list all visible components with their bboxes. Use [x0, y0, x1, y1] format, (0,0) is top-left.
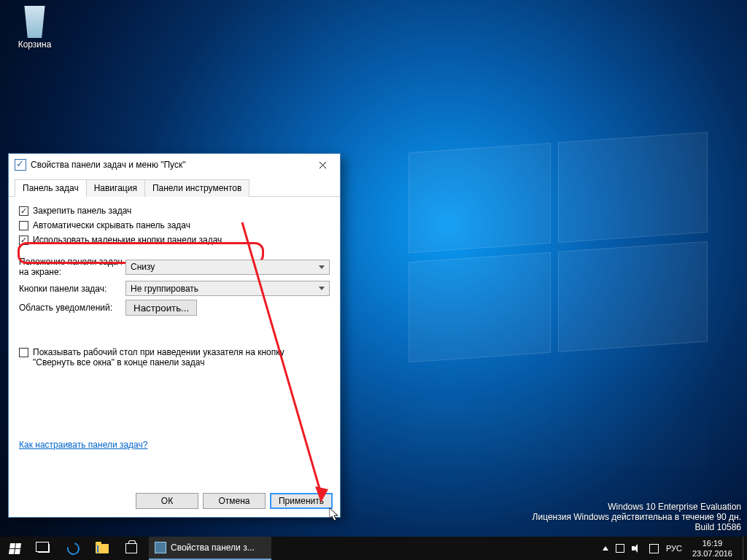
recycle-bin-icon	[19, 6, 51, 38]
option-peek[interactable]: Показывать рабочий стол при наведении ук…	[19, 347, 330, 368]
label-buttons: Кнопки панели задач:	[19, 284, 125, 294]
network-icon[interactable]	[616, 544, 624, 553]
option-autohide[interactable]: Автоматически скрывать панель задач	[19, 220, 330, 230]
tray-overflow-button[interactable]	[603, 546, 608, 551]
dialog-title: Свойства панели задач и меню "Пуск"	[31, 160, 306, 170]
dialog-icon	[15, 159, 26, 171]
combo-position[interactable]: Снизу	[125, 260, 330, 275]
label-notify: Область уведомлений:	[19, 303, 125, 313]
tab-body: Закрепить панель задач Автоматически скр…	[9, 197, 340, 485]
tab-toolbars[interactable]: Панели инструментов	[144, 179, 249, 197]
explorer-button[interactable]	[88, 537, 117, 560]
tab-taskbar[interactable]: Панель задач	[15, 179, 87, 197]
option-label: Автоматически скрывать панель задач	[33, 220, 190, 230]
cancel-button[interactable]: Отмена	[203, 493, 266, 509]
recycle-bin[interactable]: Корзина	[7, 4, 62, 50]
language-indicator[interactable]: РУС	[666, 544, 682, 553]
option-small-buttons[interactable]: Использовать маленькие кнопки панели зад…	[19, 235, 330, 245]
checkbox[interactable]	[19, 236, 28, 245]
close-icon	[319, 161, 327, 169]
volume-icon[interactable]	[632, 544, 642, 553]
combo-value: Не группировать	[131, 284, 198, 294]
option-lock[interactable]: Закрепить панель задач	[19, 206, 330, 216]
checkbox[interactable]	[19, 221, 28, 230]
tab-strip: Панель задач Навигация Панели инструмент…	[9, 176, 340, 197]
ok-button[interactable]: ОК	[136, 493, 198, 509]
watermark: Windows 10 Enterprise Evaluation Лицензи…	[533, 502, 741, 532]
checkbox[interactable]	[19, 206, 28, 216]
desktop[interactable]: Корзина Windows 10 Enterprise Evaluation…	[0, 0, 747, 560]
action-center-icon[interactable]	[649, 544, 659, 553]
tab-navigation[interactable]: Навигация	[86, 179, 145, 197]
windows-logo-icon	[8, 543, 20, 554]
store-button[interactable]	[117, 537, 146, 560]
watermark-line3: Build 10586	[533, 522, 741, 532]
button-bar: ОК Отмена Применить	[9, 485, 340, 517]
option-label: Использовать маленькие кнопки панели зад…	[33, 235, 222, 245]
customize-button[interactable]: Настроить...	[125, 300, 197, 316]
watermark-line2: Лицензия Windows действительна в течение…	[533, 512, 741, 522]
help-link[interactable]: Как настраивать панели задач?	[19, 440, 147, 450]
edge-button[interactable]	[58, 537, 88, 560]
store-icon	[125, 543, 137, 553]
task-label: Свойства панели з...	[171, 542, 255, 553]
watermark-line1: Windows 10 Enterprise Evaluation	[533, 502, 741, 512]
task-view-button[interactable]	[29, 537, 58, 560]
clock[interactable]: 16:19 23.07.2016	[689, 537, 735, 560]
clock-date: 23.07.2016	[692, 548, 732, 559]
checkbox[interactable]	[19, 348, 28, 357]
system-tray: РУС 16:19 23.07.2016	[595, 537, 743, 560]
clock-time: 16:19	[692, 538, 732, 548]
start-button[interactable]	[0, 537, 29, 560]
titlebar[interactable]: Свойства панели задач и меню "Пуск"	[9, 154, 340, 176]
taskbar-properties-dialog[interactable]: Свойства панели задач и меню "Пуск" Пане…	[8, 153, 341, 518]
show-desktop-button[interactable]	[743, 537, 747, 560]
combo-buttons[interactable]: Не группировать	[125, 281, 330, 296]
folder-icon	[96, 544, 109, 553]
close-button[interactable]	[306, 155, 338, 175]
taskbar[interactable]: Свойства панели з... РУС 16:19 23.07.201…	[0, 537, 747, 560]
recycle-bin-label: Корзина	[18, 39, 52, 50]
taskbar-task-properties[interactable]: Свойства панели з...	[149, 537, 271, 560]
task-icon	[155, 542, 166, 553]
task-view-icon	[38, 544, 50, 553]
option-label: Закрепить панель задач	[33, 206, 131, 216]
apply-button[interactable]: Применить	[270, 493, 333, 509]
label-position: Положение панели задач на экране:	[19, 257, 125, 277]
edge-icon	[64, 540, 81, 556]
combo-value: Снизу	[131, 262, 155, 272]
option-label: Показывать рабочий стол при наведении ук…	[33, 347, 310, 368]
